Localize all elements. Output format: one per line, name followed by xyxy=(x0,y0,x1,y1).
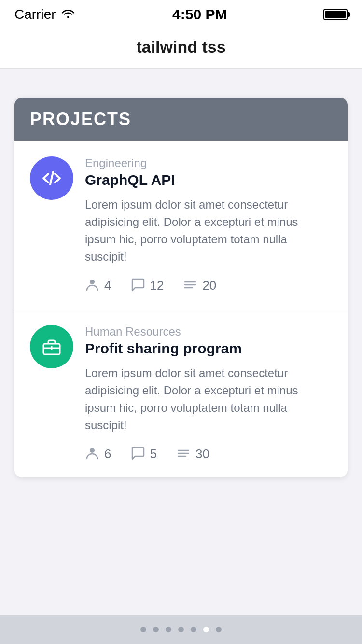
project-icon-engineering xyxy=(30,156,73,200)
briefcase-icon xyxy=(41,336,63,358)
carrier-label: Carrier xyxy=(14,7,56,22)
stat-members-engineering: 4 xyxy=(85,277,111,294)
project-icon-hr xyxy=(30,325,73,368)
comments-count-engineering: 12 xyxy=(150,278,164,293)
dot-4 xyxy=(178,627,184,632)
project-category-hr: Human Resources xyxy=(85,325,332,338)
people-icon-hr xyxy=(85,446,99,462)
svg-point-7 xyxy=(90,448,95,453)
tasks-count-engineering: 20 xyxy=(202,278,216,293)
members-count-hr: 6 xyxy=(104,447,111,462)
members-count-engineering: 4 xyxy=(104,278,111,293)
stat-tasks-hr: 30 xyxy=(176,446,209,462)
comment-icon xyxy=(130,277,145,294)
tasks-count-hr: 30 xyxy=(195,447,209,462)
project-description-engineering: Lorem ipsum dolor sit amet consectetur a… xyxy=(85,196,332,266)
people-icon xyxy=(85,277,99,294)
project-item-engineering[interactable]: Engineering GraphQL API Lorem ipsum dolo… xyxy=(14,141,348,309)
code-icon xyxy=(41,167,63,189)
main-content: PROJECTS Engineering GraphQL API Lorem i… xyxy=(0,98,362,477)
nav-title: tailwind tss xyxy=(136,38,225,56)
dot-5 xyxy=(191,627,196,632)
battery-icon xyxy=(323,9,348,20)
stat-comments-engineering: 12 xyxy=(130,277,164,294)
project-description-hr: Lorem ipsum dolor sit amet consectetur a… xyxy=(85,364,332,434)
project-info-hr: Human Resources Profit sharing program L… xyxy=(85,325,332,462)
tasks-icon-hr xyxy=(176,446,191,462)
status-time: 4:50 PM xyxy=(172,6,227,23)
dot-6-active xyxy=(203,627,209,632)
projects-card: PROJECTS Engineering GraphQL API Lorem i… xyxy=(14,98,348,477)
projects-header: PROJECTS xyxy=(14,98,348,141)
status-bar: Carrier 4:50 PM xyxy=(0,0,362,26)
battery-fill xyxy=(325,11,346,18)
project-stats-engineering: 4 12 xyxy=(85,277,332,294)
stat-tasks-engineering: 20 xyxy=(183,277,216,294)
tasks-icon xyxy=(183,277,197,294)
svg-point-0 xyxy=(90,280,95,284)
stat-comments-hr: 5 xyxy=(130,446,156,462)
project-name-hr: Profit sharing program xyxy=(85,340,332,357)
comments-count-hr: 5 xyxy=(150,447,156,462)
carrier-info: Carrier xyxy=(14,7,76,22)
wifi-icon xyxy=(60,7,76,22)
project-name-engineering: GraphQL API xyxy=(85,172,332,188)
dot-3 xyxy=(166,627,171,632)
dot-7 xyxy=(216,627,222,632)
stat-members-hr: 6 xyxy=(85,446,111,462)
project-stats-hr: 6 5 xyxy=(85,446,332,462)
nav-bar: tailwind tss xyxy=(0,26,362,69)
project-info-engineering: Engineering GraphQL API Lorem ipsum dolo… xyxy=(85,156,332,294)
project-item-hr[interactable]: Human Resources Profit sharing program L… xyxy=(14,309,348,477)
bottom-bar xyxy=(0,615,362,644)
projects-header-title: PROJECTS xyxy=(30,109,131,129)
dot-2 xyxy=(153,627,159,632)
dot-1 xyxy=(140,627,146,632)
comment-icon-hr xyxy=(130,446,145,462)
project-category-engineering: Engineering xyxy=(85,156,332,170)
